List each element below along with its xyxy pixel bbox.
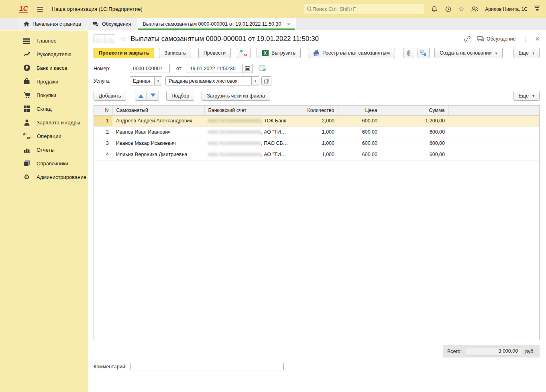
users-icon[interactable] [471,6,479,12]
dt-kt-icon: ДтКт [23,132,31,140]
printer-icon [313,50,320,56]
quantity-value: 1,000 [293,149,338,160]
get-link-icon[interactable] [464,35,471,42]
search-input[interactable] [312,6,421,12]
number-field[interactable] [130,64,170,73]
tab-home-label: Начальная страница [33,21,81,27]
sidebar-item-reports[interactable]: Отчеты [0,143,88,156]
date-label: от: [176,66,183,71]
col-bank-account[interactable]: Банковский счет [204,106,293,115]
1c-logo[interactable]: 1С [19,5,28,13]
toolbar-more-button[interactable]: Еще [513,48,540,58]
commands-more-button[interactable]: Еще [513,91,540,101]
tab-close-icon[interactable]: × [287,21,290,27]
grid-icon [23,105,31,113]
service-type-field[interactable] [130,76,155,85]
row-number: 2 [94,126,112,138]
chat-icon [93,21,99,26]
sidebar-item-operations[interactable]: ДтКт Операции [0,129,88,143]
save-button[interactable]: Записать [159,48,191,58]
date-field[interactable] [187,64,243,73]
account-number-redacted: 40817810000000000000 [208,152,261,157]
col-sum[interactable]: Сумма [381,106,448,115]
related-documents-button[interactable] [418,48,430,58]
sidebar: Главное Руководителю ₽ Банк и касса Прод… [0,30,88,392]
dt-kt-postings-button[interactable]: ДтКт [237,48,251,58]
favorites-star-icon[interactable]: ☆ [458,6,464,12]
sidebar-item-sales[interactable]: Продажи [0,75,88,88]
sidebar-item-salary-hr[interactable]: Зарплата и кадры [0,116,88,129]
sum-value: 600,00 [381,126,448,138]
load-checks-button[interactable]: Загрузить чеки из файла [202,91,270,101]
price-value: 600,00 [338,149,381,160]
col-selfemployed[interactable]: Самозанятый [112,106,204,115]
post-button[interactable]: Провести [198,48,231,58]
move-down-button[interactable] [147,91,159,101]
table-row[interactable]: 2 Иванов Иван Иванович 40817810000000000… [94,126,539,138]
tab-discussions[interactable]: Обсуждения [87,18,137,30]
document-form: ← → ☆ Выплаты самозанятым 0000-000001 от… [89,30,546,392]
service-type-dropdown-icon[interactable] [155,76,162,85]
total-label: Всего: [447,349,462,354]
service-menu-icon[interactable] [534,6,540,13]
bank-name: , АО "ТИН… [261,129,289,135]
sum-value: 600,00 [381,138,448,149]
post-and-close-button[interactable]: Провести и закрыть [94,48,154,58]
comment-field[interactable] [130,363,284,370]
person-icon [23,119,31,126]
table-commands: Добавить Подбор Загрузить чеки из файла … [89,87,546,105]
posted-mark-icon[interactable] [259,65,267,72]
col-quantity[interactable]: Количество [293,106,338,115]
service-field[interactable] [165,76,252,85]
sidebar-item-main[interactable]: Главное [0,34,88,47]
calendar-button[interactable] [243,64,253,73]
tab-home[interactable]: Начальная страница [18,18,87,30]
totals-bar: Всего: 3 000,00 руб. [89,345,540,357]
add-row-button[interactable]: Добавить [94,91,126,101]
move-up-button[interactable] [135,91,147,101]
sidebar-item-manager[interactable]: Руководителю [0,47,88,61]
favorite-star-icon[interactable]: ☆ [120,35,126,43]
bank-account-cell: 40817810000000000000, ТОК Банк [204,115,293,126]
current-user[interactable]: Арипов Никита, 1С [485,6,528,12]
tab-bar: Начальная страница Обсуждения Выплаты са… [0,18,546,30]
row-number: 3 [94,138,112,149]
number-label: Номер: [94,66,130,71]
col-empty [448,106,539,115]
table-row[interactable]: 4 Илиьна Вероника Дмитриевна 40817810000… [94,149,539,160]
nav-back-button[interactable]: ← [94,34,104,43]
account-number-redacted: 40817810000000000000 [208,141,261,146]
col-price[interactable]: Цена [338,106,381,115]
main-menu-icon[interactable] [37,7,43,12]
row-number: 1 [94,115,112,126]
selfemployed-name: Андреев Андрей Александрович [112,115,204,126]
total-value: 3 000,00 [466,347,521,355]
notifications-bell-icon[interactable] [431,6,438,13]
sidebar-item-bank[interactable]: ₽ Банк и касса [0,61,88,75]
open-service-button[interactable] [261,76,271,85]
table-row[interactable]: 1 Андреев Андрей Александрович 408178100… [94,115,539,126]
paperclip-icon [406,50,412,56]
service-label: Услуга: [94,78,130,84]
close-form-icon[interactable]: × [535,35,540,43]
tab-document[interactable]: Выплаты самозанятым 0000-000001 от 19.01… [137,18,297,30]
history-icon[interactable] [444,6,452,13]
document-header: ← → ☆ Выплаты самозанятым 0000-000001 от… [89,30,546,45]
sidebar-item-catalogs[interactable]: Справочники [0,156,88,170]
comment-row: Комментарий: [94,363,540,370]
table-row[interactable]: 3 Иванов Макар Исакиевич 408178100000000… [94,138,539,149]
global-search[interactable] [303,4,424,14]
discussion-button[interactable]: Обсуждение [477,36,516,42]
more-menu-icon[interactable]: ⋮ [522,35,528,43]
create-based-on-button[interactable]: Создать на основании [434,48,503,58]
attachments-button[interactable] [403,48,414,58]
sidebar-item-warehouse[interactable]: Склад [0,102,88,116]
sidebar-item-purchases[interactable]: Покупки [0,88,88,102]
registry-print-button[interactable]: Реестр выплат самозанятым [308,48,395,58]
export-button[interactable]: X Выгрузить [257,48,301,58]
sidebar-item-administration[interactable]: ⚙ Администрирование [0,170,88,184]
col-n[interactable]: N [94,106,112,115]
nav-forward-button[interactable]: → [104,34,115,43]
service-dropdown-icon[interactable] [252,76,259,85]
pick-button[interactable]: Подбор [166,91,194,101]
